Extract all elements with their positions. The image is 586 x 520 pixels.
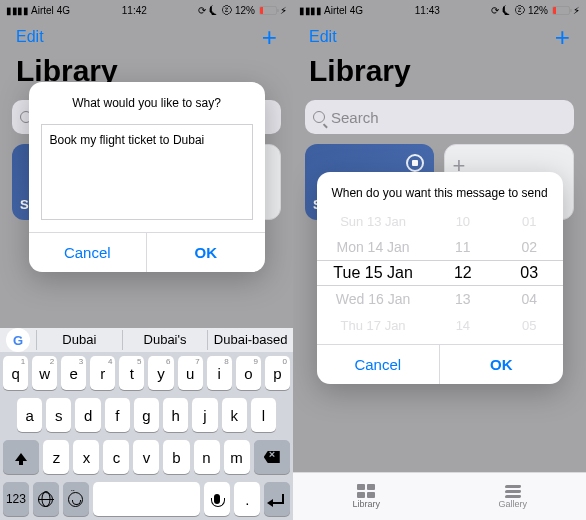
key-x[interactable]: x [73, 440, 99, 474]
tab-gallery[interactable]: Gallery [440, 473, 587, 520]
key-j[interactable]: j [192, 398, 217, 432]
key-u[interactable]: u7 [178, 356, 203, 390]
key-e[interactable]: e3 [61, 356, 86, 390]
status-bar: ▮▮▮▮ Airtel 4G 11:43 ⟳ ⏾ ⓩ 12% ⚡︎ [293, 0, 586, 20]
key-g[interactable]: g [134, 398, 159, 432]
google-icon[interactable]: G [6, 328, 30, 352]
stop-icon[interactable] [406, 154, 424, 172]
indicator-icons: ⟳ ⏾ ⓩ [491, 5, 525, 16]
library-icon [357, 484, 375, 498]
key-r[interactable]: r4 [90, 356, 115, 390]
ok-button[interactable]: OK [146, 233, 265, 272]
page-title: Library [293, 54, 586, 94]
emoji-key[interactable] [63, 482, 89, 516]
tab-bar: Library Gallery [293, 472, 586, 520]
key-q[interactable]: q1 [3, 356, 28, 390]
phone-left: ▮▮▮▮ Airtel 4G 11:42 ⟳ ⏾ ⓩ 12% ⚡︎ Edit +… [0, 0, 293, 520]
datetime-picker[interactable]: Sun 13 Jan Mon 14 Jan Tue 15 Jan Wed 16 … [317, 208, 563, 338]
space-key[interactable] [93, 482, 201, 516]
battery-pct: 12% [528, 5, 548, 16]
search-placeholder: Search [331, 109, 379, 126]
suggestion-1[interactable]: Dubai [36, 330, 122, 350]
key-a[interactable]: a [17, 398, 42, 432]
period-key[interactable]: . [234, 482, 260, 516]
gallery-icon [504, 484, 522, 498]
key-s[interactable]: s [46, 398, 71, 432]
return-key[interactable] [264, 482, 290, 516]
key-w[interactable]: w2 [32, 356, 57, 390]
shift-key[interactable] [3, 440, 39, 474]
mic-icon [214, 494, 220, 504]
backspace-key[interactable] [254, 440, 290, 474]
edit-button[interactable]: Edit [16, 28, 44, 46]
return-icon [270, 494, 284, 504]
text-input-dialog: What would you like to say? Book my flig… [29, 82, 265, 272]
add-button[interactable]: + [262, 22, 277, 53]
clock: 11:42 [122, 5, 147, 16]
key-z[interactable]: z [43, 440, 69, 474]
key-v[interactable]: v [133, 440, 159, 474]
key-k[interactable]: k [222, 398, 247, 432]
globe-icon [38, 492, 53, 507]
key-h[interactable]: h [163, 398, 188, 432]
ok-button[interactable]: OK [439, 345, 563, 384]
clock: 11:43 [415, 5, 440, 16]
key-row-1: q1 w2 e3 r4 t5 y6 u7 i8 o9 p0 [0, 352, 293, 394]
keyboard[interactable]: G Dubai Dubai's Dubai-based q1 w2 e3 r4 … [0, 328, 293, 520]
datetime-picker-dialog: When do you want this message to send Su… [317, 172, 563, 384]
dialog-textarea[interactable]: Book my flight ticket to Dubai [41, 124, 253, 220]
battery-icon [259, 6, 277, 15]
suggestion-3[interactable]: Dubai-based [207, 330, 293, 350]
battery-pct: 12% [235, 5, 255, 16]
minute-column[interactable]: 01 02 03 04 05 [496, 208, 562, 338]
globe-key[interactable] [33, 482, 59, 516]
cancel-button[interactable]: Cancel [317, 345, 440, 384]
indicator-icons: ⟳ ⏾ ⓩ [198, 5, 232, 16]
key-p[interactable]: p0 [265, 356, 290, 390]
emoji-icon [68, 492, 83, 507]
signal-icon: ▮▮▮▮ [6, 5, 28, 16]
dialog-prompt: When do you want this message to send [317, 172, 563, 208]
hour-column[interactable]: 10 11 12 13 14 [430, 208, 496, 338]
key-m[interactable]: m [224, 440, 250, 474]
dialog-prompt: What would you like to say? [29, 82, 265, 118]
key-d[interactable]: d [75, 398, 100, 432]
carrier-label: Airtel [324, 5, 347, 16]
key-c[interactable]: c [103, 440, 129, 474]
date-column[interactable]: Sun 13 Jan Mon 14 Jan Tue 15 Jan Wed 16 … [317, 208, 430, 338]
key-n[interactable]: n [194, 440, 220, 474]
suggestion-2[interactable]: Dubai's [122, 330, 208, 350]
battery-icon [552, 6, 570, 15]
add-button[interactable]: + [555, 22, 570, 53]
phone-right: ▮▮▮▮ Airtel 4G 11:43 ⟳ ⏾ ⓩ 12% ⚡︎ Edit +… [293, 0, 586, 520]
search-field[interactable]: Search [305, 100, 574, 134]
cancel-button[interactable]: Cancel [29, 233, 147, 272]
key-o[interactable]: o9 [236, 356, 261, 390]
charging-icon: ⚡︎ [573, 5, 580, 16]
charging-icon: ⚡︎ [280, 5, 287, 16]
suggestion-bar: G Dubai Dubai's Dubai-based [0, 328, 293, 352]
key-i[interactable]: i8 [207, 356, 232, 390]
numbers-key[interactable]: 123 [3, 482, 29, 516]
mic-key[interactable] [204, 482, 230, 516]
tab-library[interactable]: Library [293, 473, 440, 520]
key-t[interactable]: t5 [119, 356, 144, 390]
carrier-label: Airtel [31, 5, 54, 16]
key-row-3: z x c v b n m [0, 436, 293, 478]
status-bar: ▮▮▮▮ Airtel 4G 11:42 ⟳ ⏾ ⓩ 12% ⚡︎ [0, 0, 293, 20]
search-icon [313, 111, 325, 123]
edit-button[interactable]: Edit [309, 28, 337, 46]
key-f[interactable]: f [105, 398, 130, 432]
key-row-4: 123 . [0, 478, 293, 520]
key-b[interactable]: b [163, 440, 189, 474]
signal-icon: ▮▮▮▮ [299, 5, 321, 16]
network-label: 4G [57, 5, 70, 16]
key-l[interactable]: l [251, 398, 276, 432]
key-y[interactable]: y6 [148, 356, 173, 390]
key-row-2: a s d f g h j k l [0, 394, 293, 436]
network-label: 4G [350, 5, 363, 16]
